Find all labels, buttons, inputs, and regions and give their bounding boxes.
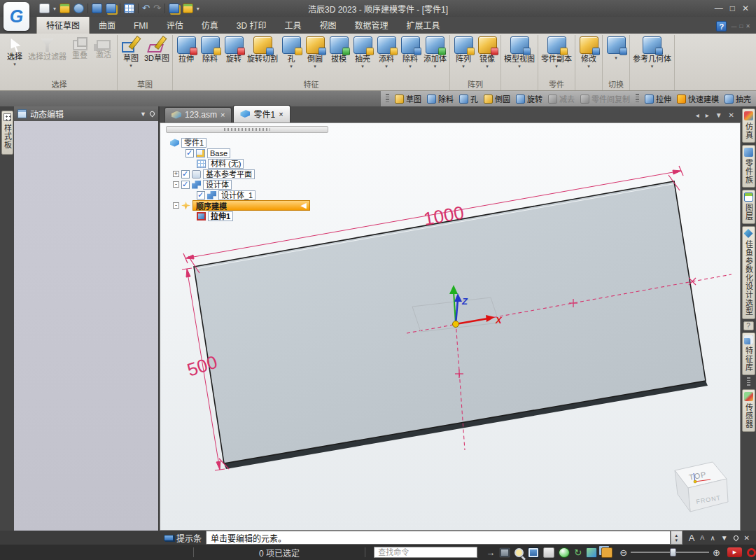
sketch-3d-button[interactable]: 3D草图 (143, 35, 171, 62)
dropdown-arrow-icon[interactable]: ▾ (361, 64, 364, 69)
sketch-button[interactable]: 草图▾ (119, 35, 143, 68)
reference-geometry-button[interactable]: 参考几何体▾ (631, 35, 673, 69)
capture-icon[interactable] (499, 547, 510, 558)
toolbar-grip[interactable] (636, 94, 639, 104)
zoom-in-icon[interactable]: ⊕ (713, 547, 720, 558)
qt-quick-modeling-button[interactable]: 快速建模 (675, 92, 721, 105)
new-file-icon[interactable] (39, 4, 50, 13)
tab-scroll-left-icon[interactable]: ◂ (696, 111, 699, 119)
tab-list-icon[interactable]: ▼ (715, 111, 722, 119)
sensors-tab[interactable]: 传感器 (742, 389, 755, 432)
dropdown-arrow-icon[interactable]: ▾ (462, 64, 465, 69)
expander-icon[interactable]: - (173, 202, 179, 209)
property-table-icon[interactable] (124, 4, 134, 13)
base-checkbox[interactable] (186, 149, 194, 158)
collapse-arrow-icon[interactable]: ◀ (301, 201, 307, 210)
qt-round-button[interactable]: 倒圆 (482, 92, 512, 105)
mdi-restore-button[interactable]: □ (739, 23, 743, 29)
tree-row-design-body-1[interactable]: 设计体_1 (169, 190, 310, 200)
dropdown-arrow-icon[interactable]: ▾ (434, 64, 437, 69)
qt-revolve-button[interactable]: 旋转 (514, 92, 545, 105)
font-decrease-icon[interactable]: A (700, 535, 704, 541)
pattern-button[interactable]: 阵列▾ (451, 35, 475, 69)
named-views-icon[interactable] (586, 547, 597, 558)
dropdown-arrow-icon[interactable]: ▾ (409, 64, 412, 69)
qt-extrude-button[interactable]: 拉伸 (643, 92, 673, 105)
dropdown-arrow-icon[interactable]: ▾ (385, 64, 388, 69)
planes-checkbox[interactable] (181, 170, 190, 178)
3d-viewport[interactable]: 1000 500 (160, 122, 741, 531)
record-button[interactable] (747, 548, 756, 557)
add-body-button[interactable]: 添加体▾ (422, 35, 448, 69)
save-icon[interactable] (92, 4, 102, 13)
part-family-tab[interactable]: 零件族 (742, 145, 755, 188)
design-body-checkbox[interactable] (181, 181, 190, 189)
round-button[interactable]: 倒圆▾ (303, 35, 327, 69)
style-panel-tab[interactable]: 样式板 (1, 111, 13, 155)
tab-tools[interactable]: 工具 (275, 16, 310, 34)
reload-icon[interactable] (74, 4, 84, 13)
expander-icon[interactable]: + (173, 171, 179, 177)
play-button[interactable]: ▶ (727, 547, 742, 557)
strip-help-icon[interactable]: ? (743, 321, 754, 330)
command-search-input[interactable] (374, 547, 477, 558)
tab-scroll-right-icon[interactable]: ▸ (706, 111, 709, 119)
collapse-icon[interactable]: ∧ (710, 534, 715, 542)
zoom-area-icon[interactable] (514, 548, 524, 557)
tree-row-extrude-1[interactable]: 拉伸1 (169, 211, 310, 221)
shaded-view-icon[interactable] (559, 547, 570, 558)
doc-tab-assembly[interactable]: 123.asm × (164, 107, 232, 122)
new-file-dropdown-icon[interactable]: ▾ (53, 6, 56, 12)
simulation-tab[interactable]: 仿真 (742, 108, 755, 143)
qt-shell-button[interactable]: 抽壳 (722, 92, 753, 105)
revolve-cut-button[interactable]: 旋转切割 (246, 35, 279, 63)
prompt-close-icon[interactable]: ✕ (744, 534, 750, 542)
app-logo-icon[interactable]: G (4, 2, 29, 31)
doc-tab-close-icon[interactable]: × (220, 111, 225, 119)
qt-hole-button[interactable]: 孔 (457, 92, 480, 105)
spin-up-icon[interactable]: ▴ (675, 533, 678, 538)
panel-menu-icon[interactable]: ▼ (140, 111, 146, 118)
hole-button[interactable]: 孔▾ (279, 35, 303, 69)
qt-sketch-button[interactable]: 草图 (393, 92, 424, 105)
tree-row-material[interactable]: 材料 (无) (169, 158, 310, 169)
tree-row-sequential-modeling[interactable]: - 顺序建模 ◀ (169, 200, 310, 211)
fit-view-icon[interactable] (528, 547, 539, 558)
rotate-view-icon[interactable]: ↻ (574, 547, 582, 558)
select-button[interactable]: 选择▾ (3, 35, 27, 66)
tab-data-management[interactable]: 数据管理 (345, 16, 397, 34)
tab-evaluate[interactable]: 评估 (158, 16, 192, 34)
draft-button[interactable]: 拔模 (327, 35, 351, 63)
mdi-close-button[interactable]: ✕ (746, 23, 750, 29)
dropdown-arrow-icon[interactable]: ▾ (555, 64, 558, 69)
expander-icon[interactable]: - (173, 181, 179, 188)
qt-cut-button[interactable]: 除料 (425, 92, 456, 105)
dropdown-arrow-icon[interactable]: ▾ (651, 64, 654, 69)
dropdown-arrow-icon[interactable]: ▾ (518, 64, 521, 69)
parametric-design-tab[interactable]: 佳鱼参数化设计选型 (742, 226, 755, 319)
tree-row-part[interactable]: 零件1 (169, 137, 310, 148)
tab-simulation[interactable]: 仿真 (192, 16, 227, 34)
switch-body-button[interactable]: ▾ (604, 35, 628, 60)
modify-button[interactable]: 修改▾ (577, 35, 601, 69)
minimize-button[interactable]: — (715, 4, 723, 13)
zoom-out-icon[interactable]: ⊖ (620, 547, 627, 558)
panel-body[interactable] (14, 121, 158, 531)
tab-view[interactable]: 视图 (310, 16, 345, 34)
replace-tool-icon[interactable] (183, 4, 193, 13)
prompt-pin-icon[interactable] (732, 534, 739, 541)
tree-row-design-body[interactable]: - 设计体 (169, 179, 310, 190)
viewport-grip-bar[interactable] (166, 126, 328, 133)
dropdown-arrow-icon[interactable]: ▾ (486, 64, 489, 69)
extrude-button[interactable]: 拉伸 (174, 35, 198, 63)
dropdown-arrow-icon[interactable]: ▾ (130, 63, 132, 68)
link-tool-icon[interactable] (169, 4, 179, 13)
zoom-slider[interactable] (631, 552, 709, 553)
tab-close-icon[interactable]: ✕ (729, 111, 734, 119)
pan-ic on[interactable] (543, 547, 554, 558)
dropdown-arrow-icon[interactable]: ▾ (314, 64, 316, 69)
toolbar-grip[interactable] (386, 94, 389, 104)
add-material-button[interactable]: 添料▾ (374, 35, 398, 69)
dropdown-arrow-icon[interactable]: ▾ (290, 64, 293, 69)
tab-fmi[interactable]: FMI (125, 18, 158, 34)
